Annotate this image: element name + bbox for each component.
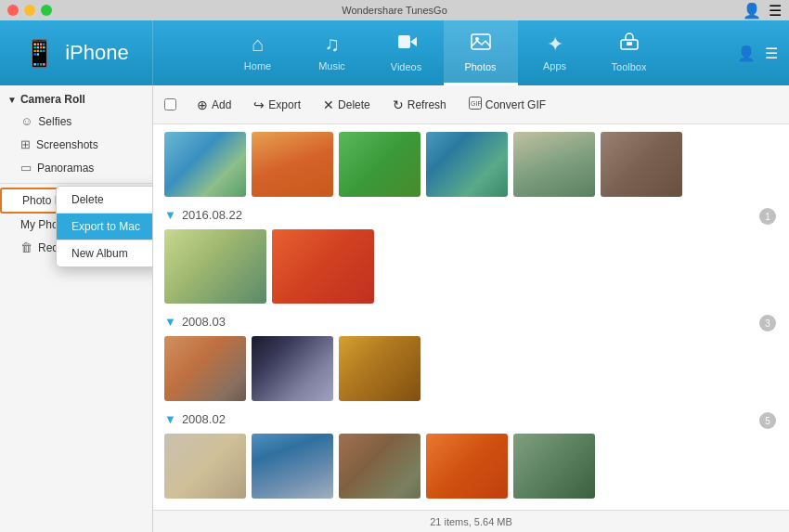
delete-label: Delete — [338, 98, 370, 111]
traffic-lights — [7, 5, 52, 16]
context-menu-delete[interactable]: Delete — [57, 187, 153, 213]
select-all-checkbox[interactable] — [164, 98, 176, 110]
tab-photos-label: Photos — [464, 61, 496, 72]
convert-gif-button[interactable]: GIF Convert GIF — [459, 92, 555, 117]
photo-content[interactable]: ▼ 2016.08.22 1 ▼ 2008.03 — [153, 124, 789, 510]
section-header-2008-02: ▼ 2008.02 — [164, 412, 778, 426]
export-icon: ↪ — [253, 97, 265, 112]
refresh-label: Refresh — [407, 98, 446, 111]
photo-thumb[interactable] — [513, 132, 595, 197]
badge-2008-02: 5 — [759, 412, 776, 429]
svg-rect-5 — [627, 42, 632, 45]
menu-icon[interactable]: ☰ — [769, 2, 782, 19]
sidebar: ▼ Camera Roll ☺ Selfies ⊞ Screenshots ▭ … — [0, 85, 153, 532]
context-menu-new-album[interactable]: New Album — [57, 240, 153, 266]
photo-thumb[interactable] — [339, 434, 420, 499]
section-header-2008-03: ▼ 2008.03 — [164, 315, 778, 329]
add-icon: ⊕ — [197, 97, 208, 112]
sidebar-group-camera-roll[interactable]: ▼ Camera Roll — [0, 85, 152, 110]
export-label: Export — [268, 98, 301, 111]
photos-icon — [471, 32, 491, 58]
photo-thumb[interactable] — [339, 336, 420, 401]
toolbox-icon — [619, 32, 640, 58]
photo-thumb[interactable] — [272, 229, 374, 304]
tab-home[interactable]: ⌂ Home — [221, 20, 295, 85]
tab-apps[interactable]: ✦ Apps — [518, 20, 592, 85]
tab-photos[interactable]: Photos — [444, 20, 518, 85]
iphone-icon: 📱 — [23, 38, 56, 69]
photo-section-2016: ▼ 2016.08.22 1 — [164, 208, 778, 304]
gif-icon: GIF — [469, 97, 482, 112]
trash-icon: 🗑 — [20, 240, 32, 254]
photo-thumb[interactable] — [252, 336, 333, 401]
tab-music-label: Music — [318, 60, 345, 71]
sidebar-item-panoramas[interactable]: ▭ Panoramas — [0, 156, 152, 179]
svg-rect-2 — [472, 34, 490, 49]
close-button[interactable] — [7, 5, 19, 16]
delete-icon: ✕ — [323, 97, 334, 112]
maximize-button[interactable] — [41, 5, 52, 16]
photo-thumb[interactable] — [252, 132, 333, 197]
photo-thumb[interactable] — [252, 434, 333, 499]
device-header: 📱 iPhone — [0, 20, 153, 85]
photo-thumb[interactable] — [513, 434, 595, 499]
photo-grid-2008-03 — [164, 336, 778, 401]
photo-grid-top — [164, 132, 778, 197]
photo-section-2008-03: ▼ 2008.03 3 — [164, 315, 778, 401]
screenshots-icon: ⊞ — [20, 137, 31, 151]
photo-section-2008-02: ▼ 2008.02 5 — [164, 412, 778, 499]
convert-gif-label: Convert GIF — [485, 98, 546, 111]
tab-apps-label: Apps — [543, 60, 566, 71]
photo-thumb[interactable] — [426, 434, 508, 499]
apps-icon: ✦ — [547, 32, 563, 57]
tab-videos[interactable]: Videos — [369, 20, 444, 85]
device-name: iPhone — [65, 41, 129, 65]
photo-thumb[interactable] — [339, 132, 420, 197]
photo-thumb[interactable] — [164, 434, 246, 499]
delete-button[interactable]: ✕ Delete — [314, 93, 380, 117]
sidebar-item-selfies[interactable]: ☺ Selfies — [0, 110, 152, 133]
main-layout: ▼ Camera Roll ☺ Selfies ⊞ Screenshots ▭ … — [0, 85, 789, 532]
sidebar-item-screenshots[interactable]: ⊞ Screenshots — [0, 133, 152, 156]
tab-home-label: Home — [244, 60, 271, 71]
camera-roll-arrow: ▼ — [7, 95, 17, 105]
tab-music[interactable]: ♫ Music — [295, 20, 369, 85]
user-icon[interactable]: 👤 — [743, 2, 761, 19]
nav-tabs: ⌂ Home ♫ Music Videos Photos ✦ Apps — [153, 20, 733, 85]
section-arrow-2016: ▼ — [164, 208, 176, 222]
section-header-2016: ▼ 2016.08.22 — [164, 208, 778, 222]
app-title: Wondershare TunesGo — [342, 5, 447, 16]
section-arrow-2008-02: ▼ — [164, 412, 176, 426]
videos-icon — [396, 32, 417, 58]
svg-text:GIF: GIF — [471, 100, 482, 107]
user-nav-icon[interactable]: 👤 — [737, 45, 756, 62]
tab-toolbox[interactable]: Toolbox — [592, 20, 666, 85]
photo-thumb[interactable] — [426, 132, 508, 197]
photo-grid-2016 — [164, 229, 778, 304]
toolbar: ⊕ Add ↪ Export ✕ Delete ↻ Refresh GIF Co… — [153, 85, 789, 124]
photo-thumb[interactable] — [601, 132, 682, 197]
section-date-2016: 2016.08.22 — [182, 208, 242, 222]
photo-thumb[interactable] — [164, 132, 246, 197]
menu-nav-icon[interactable]: ☰ — [765, 45, 778, 62]
tab-toolbox-label: Toolbox — [612, 61, 647, 72]
add-button[interactable]: ⊕ Add — [188, 93, 240, 117]
camera-roll-label: Camera Roll — [20, 93, 85, 106]
add-label: Add — [212, 98, 231, 111]
svg-marker-1 — [410, 37, 417, 46]
screenshots-label: Screenshots — [36, 138, 98, 151]
minimize-button[interactable] — [24, 5, 35, 16]
home-icon: ⌂ — [252, 32, 264, 57]
context-menu-export-to-mac[interactable]: Export to Mac — [57, 214, 153, 240]
refresh-button[interactable]: ↻ Refresh — [383, 93, 456, 117]
panoramas-icon: ▭ — [20, 161, 32, 175]
badge-2016: 1 — [759, 208, 776, 225]
status-bar: 21 items, 5.64 MB — [153, 510, 789, 532]
section-date-2008-02: 2008.02 — [182, 412, 226, 426]
photo-thumb[interactable] — [164, 336, 246, 401]
photo-thumb[interactable] — [164, 229, 266, 304]
photo-grid-2008-02 — [164, 434, 778, 499]
refresh-icon: ↻ — [393, 97, 404, 112]
export-button[interactable]: ↪ Export — [244, 93, 310, 117]
status-text: 21 items, 5.64 MB — [430, 516, 512, 527]
